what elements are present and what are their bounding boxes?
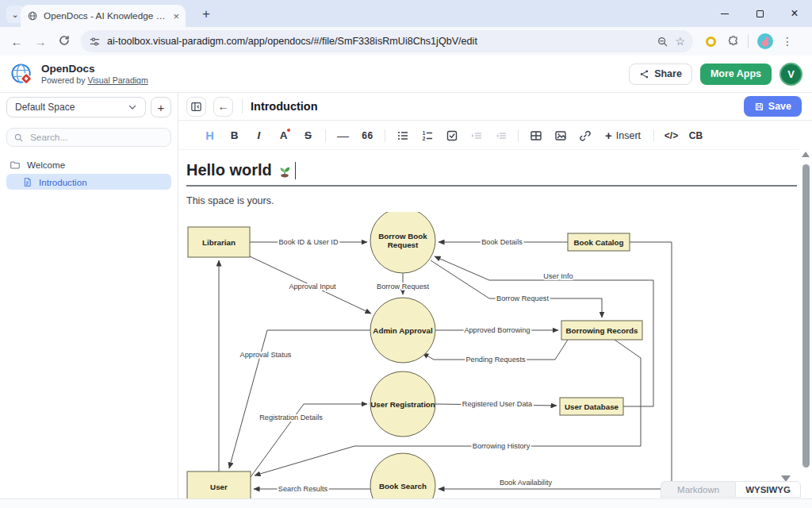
svg-text:Admin Approval: Admin Approval [373,326,433,335]
edge-label-registration-details: Registration Details [259,414,323,421]
user-avatar[interactable]: V [779,63,802,86]
toolbar-separator [748,35,749,48]
svg-text:Book Catalog: Book Catalog [573,238,623,247]
back-icon[interactable]: ← [5,35,29,48]
text-cursor [295,162,297,179]
window-maximize-icon[interactable] [742,0,777,27]
window-minimize-icon[interactable] [707,0,742,27]
document-scrollbar[interactable] [800,152,811,492]
edge-label-borrow-request-down: Borrow Request [377,283,429,291]
more-apps-button[interactable]: More Apps [700,64,772,85]
svg-text:1: 1 [422,129,425,135]
window-controls: × [707,0,812,27]
toggle-sidebar-button[interactable] [186,97,206,117]
document-content[interactable]: Hello world This space is yours. [178,150,799,498]
scrollbar-thumb[interactable] [802,164,810,468]
edge-label-book-id-user-id: Book ID & User ID [278,238,338,246]
editor-mode-switch: Markdown WYSIWYG [661,481,801,498]
toolbar-divider [653,129,654,142]
sidebar-item-introduction[interactable]: Introduction [6,174,171,190]
bullet-list-button[interactable] [390,126,415,145]
horizontal-rule-button[interactable]: — [331,126,355,145]
strikethrough-button[interactable]: S [296,126,320,145]
save-button[interactable]: Save [744,96,802,117]
outdent-button[interactable] [488,126,513,145]
insert-button[interactable]: + Insert [602,126,644,145]
address-bar[interactable]: ai-toolbox.visual-paradigm.com/app/opend… [81,30,693,52]
edge-label-approved-borrowing: Approved Borrowing [464,326,530,334]
back-button[interactable]: ← [213,97,233,117]
document-icon [22,177,33,187]
edge-label-pending-requests: Pending Requests [465,356,525,364]
red-dot [287,129,290,132]
extensions-puzzle-icon[interactable] [727,35,740,48]
node-user-database: User Database [560,398,623,415]
edge-borrow-request-to-records [431,260,602,318]
image-button[interactable] [548,126,573,145]
task-list-button[interactable] [439,126,464,145]
browser-tab[interactable]: OpenDocs - AI Knowledge Base × [21,5,186,27]
svg-text:Librarian: Librarian [202,238,236,247]
sidebar-item-label: Introduction [39,177,87,187]
edge-label-user-info: User Info [543,272,573,280]
body-paragraph[interactable]: This space is yours. [186,195,799,206]
browser-window: ⌄ OpenDocs - AI Knowledge Base × + × ← → [0,0,812,508]
tab-favicon-globe-icon [27,10,38,21]
tab-close-icon[interactable]: × [173,11,179,21]
dataflow-diagram[interactable]: LibrarianBorrow BookRequestBook CatalogA… [186,212,799,498]
share-button[interactable]: Share [629,64,692,85]
svg-text:Book Search: Book Search [379,482,427,491]
bottom-strip [0,498,812,508]
browser-menu-icon[interactable]: ⋮ [782,35,793,48]
url-text[interactable]: ai-toolbox.visual-paradigm.com/app/opend… [107,36,650,47]
document-heading[interactable]: Hello world [186,160,799,181]
font-color-button[interactable]: A [271,126,296,145]
node-user: User [187,471,251,498]
scroll-up-icon[interactable] [802,152,810,157]
site-settings-icon[interactable] [89,36,101,48]
search-input[interactable] [29,131,164,144]
node-user-registration: User Registration [370,371,435,437]
node-book-catalog: Book Catalog [568,233,630,251]
sidebar-item-label: Welcome [27,160,65,170]
bookmark-star-icon[interactable]: ☆ [675,35,685,48]
table-button[interactable] [523,126,548,145]
link-button[interactable] [573,126,597,145]
format-toolbar: H B I A S — 66 1 2 [178,121,799,150]
profile-avatar[interactable] [756,33,774,50]
browser-toolbar: ← → ai-toolbox.visual-paradigm.com/app/o… [0,27,812,56]
svg-text:User Registration: User Registration [370,400,435,409]
editor-header: ← Introduction Save [178,93,812,121]
zoom-out-icon[interactable] [657,36,668,48]
forward-icon[interactable]: → [29,35,52,48]
markdown-mode-button[interactable]: Markdown [661,481,735,498]
code-block-button[interactable]: CB [684,126,708,145]
numbered-list-button[interactable]: 1 2 [415,126,439,145]
sidebar-search[interactable] [6,128,171,147]
seedling-emoji [277,163,293,179]
new-tab-button[interactable]: + [197,5,216,24]
wysiwyg-mode-button[interactable]: WYSIWYG [735,481,801,498]
node-admin-approval: Admin Approval [370,298,435,363]
sidebar-item-welcome[interactable]: Welcome [6,157,171,172]
reload-icon[interactable] [52,34,76,49]
blockquote-button[interactable]: 66 [355,126,380,145]
svg-text:2: 2 [422,136,425,141]
space-selector[interactable]: Default Space [6,97,146,117]
indent-button[interactable] [464,126,488,145]
window-close-icon[interactable]: × [777,0,812,27]
node-borrow-book-request: Borrow BookRequest [370,212,435,273]
heading-button[interactable]: H [197,126,222,145]
visual-paradigm-link[interactable]: Visual Paradigm [87,75,147,85]
svg-text:Borrow Book: Borrow Book [378,232,427,241]
node-librarian: Librarian [188,227,250,257]
extension-badge-icon[interactable] [706,37,716,47]
add-space-button[interactable]: + [151,97,171,117]
inline-code-button[interactable]: </> [659,126,684,145]
svg-text:User: User [210,483,228,491]
italic-button[interactable]: I [247,126,271,145]
browser-tab-strip: ⌄ OpenDocs - AI Knowledge Base × + × [0,0,812,27]
edge-label-book-availability: Book Availability [500,479,553,487]
bold-button[interactable]: B [222,126,247,145]
share-icon [639,69,649,79]
